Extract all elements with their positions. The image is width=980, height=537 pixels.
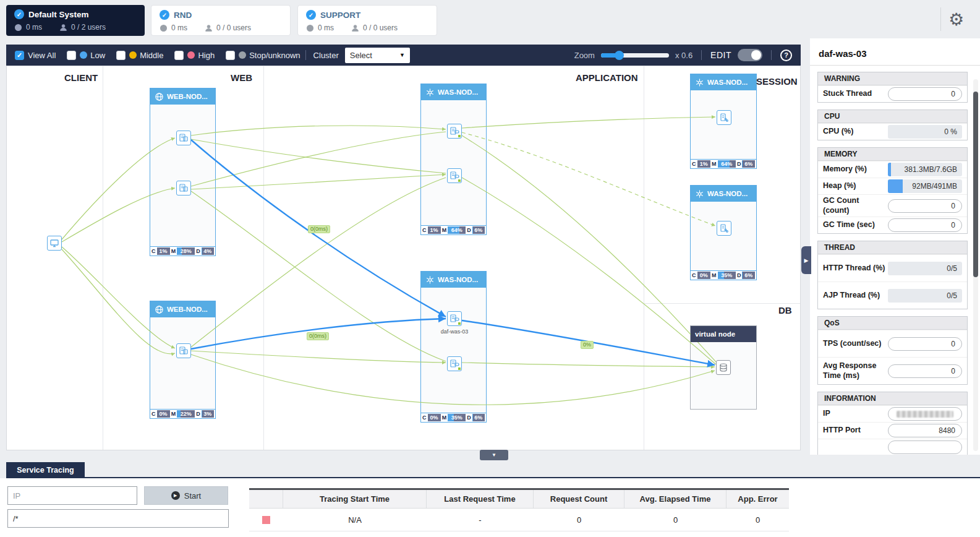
node-session-1-header[interactable]: WAS-NOD...: [691, 74, 756, 90]
low-checkbox[interactable]: [67, 51, 76, 60]
status-dot-icon: [458, 322, 461, 325]
was-instance-icon-daf-was-03[interactable]: [447, 311, 462, 326]
node-web-2-header[interactable]: WEB-NOD...: [150, 301, 215, 317]
system-card-support[interactable]: ✓ SUPPORT 0 ms 0 / 0 users: [297, 5, 437, 36]
was-instance-icon[interactable]: [447, 356, 462, 371]
gear-icon[interactable]: ⚙: [948, 9, 964, 30]
table-row[interactable]: N/A - 0 0 0: [249, 509, 789, 531]
filter-separator: [305, 50, 306, 60]
server-icon: [179, 346, 189, 356]
session-db-divider: [644, 303, 800, 304]
metric-label: Stuck Thread: [823, 89, 887, 99]
stat-key: C: [692, 161, 696, 167]
tracing-table: Tracing Start Time Last Request Time Req…: [249, 488, 789, 531]
node-title: WEB-NOD...: [167, 306, 208, 313]
node-was-2[interactable]: WAS-NOD... daf-was-03 C 0% M 35% D 6%: [420, 271, 487, 423]
session-instance-icon[interactable]: [717, 110, 731, 125]
metric-label: AJP Thread (%): [823, 291, 887, 301]
was-instance-icon[interactable]: [447, 168, 462, 183]
web-instance-icon[interactable]: [176, 131, 191, 145]
trace-ip-input[interactable]: [7, 486, 137, 505]
start-tracing-button[interactable]: ▶ Start: [144, 486, 228, 505]
cluster-select[interactable]: Select ▼: [345, 48, 410, 63]
node-was-2-header[interactable]: WAS-NOD...: [421, 272, 486, 288]
system-card-title: Default System: [28, 10, 89, 19]
topology-canvas[interactable]: CLIENT WEB APPLICATION SESSION DB WEB-NO…: [6, 66, 801, 450]
metric-value: 0: [888, 337, 962, 351]
system-card-rnd[interactable]: ✓ RND 0 ms 0 / 0 users: [151, 5, 291, 36]
low-filter[interactable]: Low: [67, 51, 105, 60]
client-node-icon[interactable]: [47, 236, 62, 251]
tab-service-tracing[interactable]: Service Tracing: [6, 462, 85, 478]
metric-row: TPS (count/sec) 0: [818, 330, 967, 357]
cluster-select-value: Select: [350, 51, 372, 60]
status-swatch: [262, 516, 270, 524]
metric-bar: 92MB/491MB: [888, 179, 962, 193]
edit-toggle-knob[interactable]: [751, 50, 761, 60]
stop-unknown-filter[interactable]: Stop/unknown: [226, 51, 300, 60]
status-dot-icon: [458, 135, 461, 137]
node-virtual-db-header[interactable]: virtual node: [691, 326, 756, 342]
was-instance-icon[interactable]: [447, 124, 462, 139]
node-web-1-header[interactable]: WEB-NOD...: [150, 88, 215, 105]
section-title: WARNING: [818, 72, 967, 85]
detail-scrollbar-thumb[interactable]: [973, 92, 978, 277]
web-instance-icon[interactable]: [176, 343, 191, 358]
node-was-1-header[interactable]: WAS-NOD...: [421, 84, 486, 100]
metric-value: 0: [888, 87, 962, 101]
edge-label: 0(0ms): [308, 225, 330, 233]
stat-key: D: [467, 415, 471, 421]
stat-key: M: [712, 161, 717, 167]
zoom-slider-knob[interactable]: [615, 51, 624, 60]
session-icon: [719, 113, 729, 122]
middle-checkbox[interactable]: [116, 51, 126, 60]
db-instance-icon[interactable]: [716, 360, 731, 375]
collapse-detail-panel-button[interactable]: ▶: [801, 246, 811, 274]
node-was-1[interactable]: WAS-NOD... C 1% M 64% D 6%: [420, 84, 487, 235]
trace-url-input[interactable]: [7, 509, 229, 528]
session-instance-icon[interactable]: [717, 221, 731, 236]
node-session-2[interactable]: WAS-NOD... C 0% M 35% D 6%: [690, 185, 757, 280]
column-label-client: CLIENT: [64, 72, 98, 83]
system-card-default-system[interactable]: ✓ Default System 0 ms 0 / 2 users: [6, 5, 145, 36]
section-title: QoS: [818, 317, 967, 330]
middle-filter[interactable]: Middle: [116, 51, 163, 60]
stat-key: D: [737, 272, 741, 278]
view-all-checkbox[interactable]: ✓: [15, 51, 24, 60]
web-instance-icon[interactable]: [176, 181, 191, 195]
help-icon[interactable]: ?: [780, 49, 792, 61]
stop-unknown-checkbox[interactable]: [226, 51, 235, 60]
detail-scrollbar[interactable]: [973, 79, 978, 451]
node-web-2[interactable]: WEB-NOD... C 0% M 22% D 3%: [150, 301, 216, 419]
metric-row: Avg Response Time (ms) 0: [818, 357, 967, 384]
edit-toggle[interactable]: [738, 49, 762, 61]
clock-icon: [14, 24, 22, 32]
collapse-bottom-panel-button[interactable]: ▼: [480, 450, 508, 460]
metric-row: GC Count (count) 0: [818, 194, 967, 217]
high-checkbox[interactable]: [174, 51, 184, 60]
node-web-1[interactable]: WEB-NOD... C 1% M 28% D 4%: [150, 88, 216, 256]
disk-stat-chip: 4%: [202, 247, 214, 255]
metric-row: [818, 439, 967, 455]
memory-stat-chip: 35%: [718, 272, 736, 279]
system-users: 0 / 0 users: [363, 24, 398, 32]
node-session-2-header[interactable]: WAS-NOD...: [691, 186, 756, 202]
node-virtual-db[interactable]: virtual node: [690, 325, 757, 410]
metric-value: 0: [888, 218, 962, 232]
cell-last-request-time: -: [427, 509, 534, 531]
cpu-stat-chip: 1%: [428, 226, 441, 234]
was-cluster-icon: [425, 88, 435, 97]
high-filter[interactable]: High: [174, 51, 215, 60]
section-title: MEMORY: [818, 148, 967, 161]
user-icon: [205, 24, 213, 32]
server-icon: [179, 133, 189, 143]
zoom-slider[interactable]: [601, 53, 669, 58]
node-session-1[interactable]: WAS-NOD... C 1% M 64% D 6%: [690, 74, 757, 169]
metric-row: HTTP Thread (%) 0/5: [818, 254, 967, 281]
node-title: WEB-NOD...: [167, 93, 208, 100]
col-tracing-start-time: Tracing Start Time: [283, 490, 427, 508]
column-divider: [263, 66, 264, 450]
instance-name-label: daf-was-03: [430, 329, 479, 335]
edge-label: 0(0ms): [307, 332, 329, 340]
view-all-filter[interactable]: ✓ View All: [15, 51, 56, 60]
